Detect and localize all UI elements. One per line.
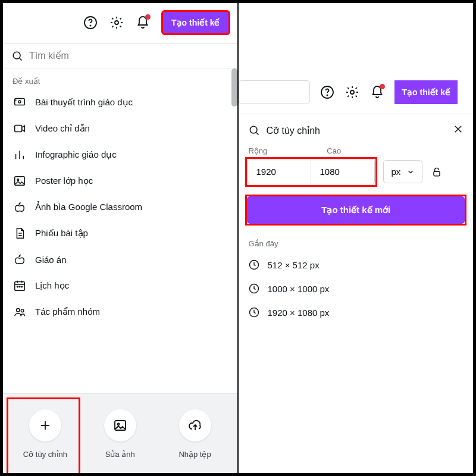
template-list: Bài thuyết trình giáo dục Video chỉ dẫn … — [3, 89, 237, 325]
create-design-button[interactable]: Tạo thiết kế — [394, 80, 457, 104]
svg-point-1 — [90, 25, 90, 26]
chart-icon — [12, 148, 27, 162]
svg-rect-36 — [434, 171, 440, 176]
custom-size-search: Cỡ tùy chỉnh — [247, 114, 465, 146]
template-item-label: Phiếu bài tập — [35, 228, 88, 239]
template-item-worksheet[interactable]: Phiếu bài tập — [3, 220, 237, 246]
svg-rect-11 — [15, 177, 25, 186]
svg-point-31 — [350, 90, 354, 94]
scrollbar-thumb[interactable] — [231, 68, 237, 107]
lock-aspect-icon[interactable] — [431, 166, 443, 178]
people-icon — [12, 305, 27, 319]
chevron-down-icon — [406, 168, 415, 176]
template-item-label: Bài thuyết trình giáo dục — [35, 97, 133, 108]
image-icon — [12, 174, 27, 188]
top-header: Tạo thiết kế — [3, 3, 237, 43]
clock-icon — [248, 259, 260, 271]
template-scroll: Đề xuất Bài thuyết trình giáo dục Video … — [3, 68, 237, 320]
presentation-icon — [12, 95, 27, 109]
bell-icon[interactable] — [135, 15, 151, 30]
gear-icon[interactable] — [345, 84, 360, 100]
top-header-right: Tạo thiết kế — [239, 74, 473, 110]
panel-step1: Tạo thiết kế Đề xuất Bài thuyết trình gi… — [3, 3, 237, 473]
edit-photo-button[interactable]: Sửa ảnh — [84, 409, 156, 459]
custom-size-button[interactable]: Cỡ tùy chỉnh — [10, 409, 81, 459]
suggested-label: Đề xuất — [3, 68, 237, 89]
search-icon — [11, 50, 23, 62]
help-icon[interactable] — [320, 84, 335, 100]
svg-point-2 — [115, 21, 118, 24]
recent-item-label: 512 × 512 px — [267, 260, 319, 270]
notification-dot — [145, 14, 151, 20]
recent-item-label: 1000 × 1000 px — [267, 284, 329, 294]
template-item-calendar[interactable]: Lịch học — [3, 273, 237, 299]
search-row[interactable] — [3, 43, 237, 68]
bell-icon[interactable] — [369, 84, 385, 100]
footer-label: Sửa ảnh — [105, 450, 135, 459]
svg-rect-5 — [15, 99, 25, 105]
panel-step2: Tạo thiết kế Cỡ tùy chỉnh Rộng Cao — [239, 3, 473, 473]
recent-item[interactable]: 1000 × 1000 px — [247, 277, 465, 300]
template-item-label: Infographic giáo dục — [35, 149, 117, 160]
document-icon — [12, 226, 27, 240]
gear-icon[interactable] — [109, 15, 124, 30]
svg-point-32 — [250, 126, 258, 133]
svg-line-33 — [256, 133, 259, 135]
clock-icon — [248, 283, 260, 295]
height-input[interactable] — [311, 159, 374, 184]
apple-icon — [12, 200, 27, 214]
height-label: Cao — [327, 146, 341, 155]
template-item-video[interactable]: Video chỉ dẫn — [3, 115, 237, 142]
template-item-infographic[interactable]: Infographic giáo dục — [3, 142, 237, 168]
create-design-button[interactable]: Tạo thiết kế — [161, 10, 230, 35]
template-item-lesson[interactable]: Giáo án — [3, 246, 237, 273]
close-icon[interactable] — [453, 124, 464, 137]
template-item-group[interactable]: Tác phẩm nhóm — [3, 299, 237, 325]
help-icon[interactable] — [83, 15, 98, 30]
import-file-button[interactable]: Nhập tệp — [159, 409, 231, 459]
search-value[interactable]: Cỡ tùy chỉnh — [266, 125, 447, 136]
dimensions-box — [247, 159, 375, 184]
svg-rect-26 — [115, 421, 126, 430]
picture-icon — [113, 418, 127, 433]
template-item-label: Poster lớp học — [35, 176, 93, 186]
template-item-label: Lịch học — [35, 280, 69, 291]
template-item-label: Ảnh bìa Google Classroom — [35, 202, 142, 212]
cloud-upload-icon — [188, 418, 202, 433]
svg-point-22 — [17, 309, 20, 312]
apple-icon — [12, 252, 27, 267]
footer-label: Nhập tệp — [178, 450, 211, 459]
recent-item[interactable]: 1920 × 1080 px — [247, 300, 465, 324]
recent-item[interactable]: 512 × 512 px — [247, 253, 465, 277]
recent-label: Gần đây — [248, 239, 465, 248]
template-item-label: Video chỉ dẫn — [35, 123, 90, 134]
template-item-label: Giáo án — [35, 255, 67, 265]
search-input[interactable] — [29, 51, 229, 61]
dimensions-row: px — [247, 159, 465, 184]
unit-label: px — [391, 167, 400, 177]
width-input[interactable] — [248, 159, 311, 184]
unit-select[interactable]: px — [383, 160, 422, 183]
dimension-labels: Rộng Cao — [247, 146, 465, 159]
footer-label: Cỡ tùy chỉnh — [23, 450, 67, 459]
create-new-design-button[interactable]: Tạo thiết kế mới — [247, 196, 465, 224]
svg-point-19 — [17, 286, 18, 287]
template-item-classroom[interactable]: Ảnh bìa Google Classroom — [3, 194, 237, 220]
clock-icon — [248, 306, 260, 318]
width-label: Rộng — [248, 146, 267, 155]
svg-line-4 — [20, 58, 22, 61]
svg-point-30 — [327, 95, 328, 95]
svg-point-3 — [13, 52, 20, 59]
search-stub[interactable] — [239, 80, 310, 104]
template-item-poster[interactable]: Poster lớp học — [3, 168, 237, 194]
svg-point-21 — [21, 286, 23, 287]
footer: Cỡ tùy chỉnh Sửa ảnh Nhập tệp — [3, 393, 237, 473]
template-item-label: Tác phẩm nhóm — [35, 306, 100, 317]
svg-point-12 — [17, 179, 19, 181]
svg-point-23 — [21, 309, 24, 312]
svg-point-20 — [19, 286, 20, 287]
template-item-presentation[interactable]: Bài thuyết trình giáo dục — [3, 89, 237, 115]
svg-rect-7 — [15, 126, 22, 132]
calendar-icon — [12, 278, 27, 293]
video-icon — [12, 121, 27, 136]
